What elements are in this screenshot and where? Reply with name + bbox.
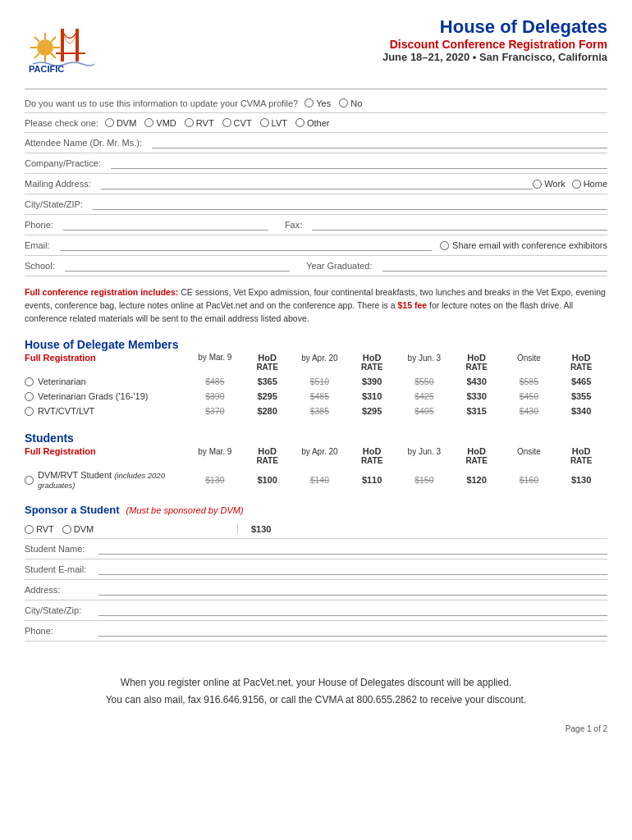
hod-col1-by: by Mar. 9 [198, 353, 231, 362]
cvma-no-radio[interactable] [339, 98, 348, 107]
sponsor-dvm-radio[interactable] [62, 525, 71, 534]
credentials-group: DVM VMD RVT CVT LVT Other [105, 118, 330, 128]
hod-vet-grads-row: Veterinarian Grads ('16-'19) $390 $295 $… [25, 389, 607, 404]
dvm-rvt-student-label: DVM/RVT Student (includes 2020 graduates… [25, 470, 189, 490]
svg-line-7 [51, 37, 56, 42]
attendee-field[interactable] [152, 137, 607, 148]
mailing-label: Mailing Address: [25, 179, 91, 189]
hod-col1-hod: HoD [241, 353, 294, 363]
company-field[interactable] [111, 158, 607, 169]
home-radio[interactable] [572, 180, 581, 189]
hod-vet-label: Veterinarian [25, 377, 189, 386]
hod-title: House of Delegate Members [25, 338, 607, 351]
student-city-field[interactable] [98, 605, 607, 616]
cvma-yes-option[interactable]: Yes [305, 98, 331, 108]
hod-vet-radio[interactable] [25, 377, 34, 386]
credentials-row: Please check one: DVM VMD RVT CVT LVT Ot… [25, 113, 607, 133]
school-field[interactable] [65, 260, 290, 272]
sponsor-section: Sponsor a Student (Must be sponsored by … [25, 504, 607, 641]
student-city-row: City/State/Zip: [25, 600, 607, 621]
student-name-field[interactable] [98, 543, 607, 555]
hod-vet-grads-prices: $390 $295 $485 $310 $425 $330 $450 $355 [189, 391, 607, 401]
student-address-field[interactable] [98, 584, 607, 596]
hod-vet-grads-label: Veterinarian Grads ('16-'19) [25, 391, 189, 401]
hod-vet-row: Veterinarian $485 $365 $510 $390 $550 $4… [25, 374, 607, 389]
student-address-label: Address: [25, 585, 90, 595]
cvma-no-option[interactable]: No [339, 98, 362, 108]
students-col-headers: by Mar. 9 HoD by Apr. 20 HoD by Jun. 3 H… [189, 446, 607, 456]
cred-lvt-radio[interactable] [260, 118, 269, 127]
header-divider [25, 89, 607, 89]
cvma-yes-radio[interactable] [305, 98, 314, 107]
students-full-reg-row: Full Registration by Mar. 9 HoD by Apr. … [25, 446, 607, 456]
sponsor-sub: (Must be sponsored by DVM) [126, 505, 244, 515]
fax-label: Fax: [285, 220, 302, 230]
cred-rvt[interactable]: RVT [185, 118, 214, 128]
hod-col1-header: by Mar. 9 [189, 353, 241, 363]
work-option[interactable]: Work [533, 179, 565, 189]
fax-field[interactable] [312, 219, 607, 231]
svg-line-8 [34, 53, 39, 58]
hod-full-reg-row: Full Registration by Mar. 9 HoD by Apr. … [25, 353, 607, 363]
mailing-field[interactable] [101, 178, 533, 189]
share-email-label: Share email with conference exhibitors [452, 240, 607, 250]
sponsor-left: RVT DVM [25, 524, 238, 534]
sponsor-rvt-label: RVT [36, 524, 54, 534]
phone-field[interactable] [63, 219, 268, 231]
dvm-rvt-student-row: DVM/RVT Student (includes 2020 graduates… [25, 468, 607, 492]
student-city-label: City/State/Zip: [25, 605, 90, 615]
dvm-rvt-student-radio[interactable] [25, 476, 34, 485]
cred-rvt-radio[interactable] [185, 118, 194, 127]
student-address-row: Address: [25, 580, 607, 600]
share-email-radio[interactable] [440, 241, 449, 250]
work-radio[interactable] [533, 180, 542, 189]
hod-rvt-row: RVT/CVT/LVT $370 $280 $385 $295 $405 $31… [25, 404, 607, 418]
address-type-group: Work Home [533, 179, 607, 189]
hod-rate-headers: RATE RATE RATE RATE [189, 363, 607, 372]
cred-lvt[interactable]: LVT [260, 118, 287, 128]
city-label: City/State/ZIP: [25, 199, 83, 209]
mailing-row: Mailing Address: Work Home [25, 174, 607, 194]
dvm-rvt-student-prices: $130 $100 $140 $110 $150 $120 $160 $130 [189, 475, 607, 485]
cvma-yes-label: Yes [316, 98, 331, 108]
home-option[interactable]: Home [572, 179, 607, 189]
hod-col2-header: by Apr. 20 [294, 353, 346, 363]
student-phone-field[interactable] [98, 625, 607, 637]
sponsor-title: Sponsor a Student [25, 504, 120, 516]
sponsor-rvt-option[interactable]: RVT [25, 524, 54, 534]
sponsor-header: Sponsor a Student (Must be sponsored by … [25, 504, 607, 516]
cred-vmd-radio[interactable] [144, 118, 153, 127]
hod-rvt-prices: $370 $280 $385 $295 $405 $315 $430 $340 [189, 406, 607, 416]
cred-dvm[interactable]: DVM [105, 118, 136, 128]
email-label: Email: [25, 240, 50, 250]
cred-other[interactable]: Other [295, 118, 330, 128]
student-phone-label: Phone: [25, 626, 90, 636]
sponsor-dvm-option[interactable]: DVM [62, 524, 94, 534]
cred-cvt-radio[interactable] [222, 118, 231, 127]
hod-vet-grads-radio[interactable] [25, 392, 34, 401]
hod-rvt-label: RVT/CVT/LVT [25, 406, 189, 416]
year-label: Year Graduated: [306, 261, 372, 271]
student-email-field[interactable] [98, 564, 607, 575]
page-header: PACIFIC VETERINARY CONFERENCE House of D… [25, 16, 607, 74]
student-phone-row: Phone: [25, 621, 607, 641]
full-reg-includes-label: Full conference registration includes: [25, 287, 178, 297]
cred-dvm-radio[interactable] [105, 118, 114, 127]
cred-other-radio[interactable] [295, 118, 305, 127]
attendee-row: Attendee Name (Dr. Mr. Ms.): [25, 133, 607, 153]
hod-col4-hod: HoD [555, 353, 607, 363]
cred-vmd[interactable]: VMD [144, 118, 176, 128]
students-rate-row: RATE RATE RATE RATE [25, 456, 607, 465]
hod-rvt-radio[interactable] [25, 407, 34, 416]
hod-rate-row: RATE RATE RATE RATE [25, 363, 607, 372]
company-label: Company/Practice: [25, 158, 101, 168]
hod-col3-hod: HoD [451, 353, 503, 363]
sponsor-rvt-radio[interactable] [25, 525, 34, 534]
logo-icon: PACIFIC VETERINARY CONFERENCE [25, 16, 98, 74]
city-field[interactable] [93, 199, 607, 210]
email-field[interactable] [60, 240, 433, 251]
cred-cvt[interactable]: CVT [222, 118, 252, 128]
year-field[interactable] [382, 260, 607, 272]
footer-line2: You can also mail, fax 916.646.9156, or … [25, 692, 607, 708]
page-number: Page 1 of 2 [25, 724, 607, 733]
